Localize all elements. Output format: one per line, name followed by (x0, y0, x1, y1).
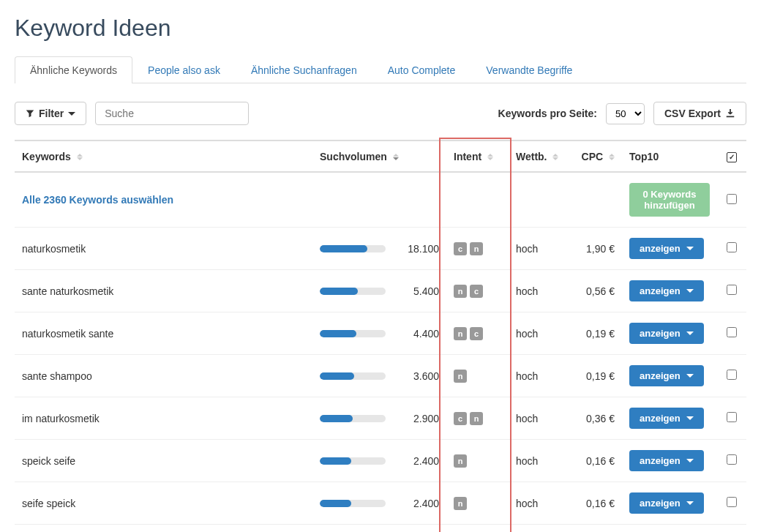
top10-cell: anzeigen (622, 440, 717, 482)
volume-bar (320, 330, 386, 337)
tabs-bar: Ähnliche KeywordsPeople also askÄhnliche… (15, 56, 746, 83)
add-keywords-button[interactable]: 0 Keywords hinzufügen (629, 183, 710, 217)
top10-cell: anzeigen (622, 397, 717, 440)
top10-cell: anzeigen (622, 312, 717, 355)
keyword-cell: im naturkosmetik (15, 397, 312, 440)
csv-export-button[interactable]: CSV Export (653, 102, 746, 125)
table-row: speick seife2.400nhoch0,16 €anzeigen (15, 440, 746, 482)
table-row: im naturkosmetik2.900cnhoch0,36 €anzeige… (15, 397, 746, 440)
intent-cell: cn (446, 525, 509, 533)
wettb-cell: hoch (509, 525, 567, 533)
wettb-cell: hoch (509, 270, 567, 312)
keyword-cell: naturkosmetik marken (15, 525, 312, 533)
select-all-checkbox[interactable] (727, 194, 737, 204)
intent-badge-n: n (454, 285, 467, 298)
volume-cell: 18.100 (312, 228, 446, 270)
show-top10-button[interactable]: anzeigen (629, 238, 704, 259)
filter-button[interactable]: Filter (15, 102, 86, 125)
volume-cell: 2.400 (312, 482, 446, 525)
chevron-down-icon (686, 374, 694, 378)
row-checkbox[interactable] (727, 285, 737, 295)
keyword-cell: seife speick (15, 482, 312, 525)
chevron-down-icon (68, 112, 75, 116)
download-icon (725, 108, 735, 119)
cpc-cell: 0,36 € (567, 397, 622, 440)
volume-cell: 2.900 (312, 397, 446, 440)
intent-badge-c: c (454, 242, 467, 255)
check-all-icon: ✓ (727, 152, 737, 162)
row-checkbox[interactable] (727, 370, 737, 380)
wettb-cell: hoch (509, 397, 567, 440)
col-wettb[interactable]: Wettb. (509, 141, 567, 172)
tab-0[interactable]: Ähnliche Keywords (15, 56, 132, 83)
intent-cell: n (446, 355, 509, 397)
cpc-cell: 0,16 € (567, 482, 622, 525)
volume-cell: 4.400 (312, 312, 446, 355)
cpc-cell: 0,19 € (567, 312, 622, 355)
row-checkbox[interactable] (727, 454, 737, 465)
top10-cell: anzeigen (622, 482, 717, 525)
table-row: naturkosmetik18.100cnhoch1,90 €anzeigen (15, 228, 746, 270)
volume-bar (320, 457, 386, 465)
row-check-cell (717, 228, 746, 270)
cpc-cell: 0,16 € (567, 440, 622, 482)
row-check-cell (717, 440, 746, 482)
show-top10-button[interactable]: anzeigen (629, 408, 704, 429)
export-label: CSV Export (664, 108, 721, 119)
volume-bar (320, 415, 386, 422)
chevron-down-icon (686, 416, 694, 420)
table-row: seife speick2.400nhoch0,16 €anzeigen (15, 482, 746, 525)
sort-icon (609, 154, 615, 160)
tab-1[interactable]: People also ask (132, 56, 236, 83)
wettb-cell: hoch (509, 482, 567, 525)
wettb-cell: hoch (509, 312, 567, 355)
col-intent[interactable]: Intent (446, 141, 509, 172)
volume-bar (320, 372, 386, 380)
row-checkbox[interactable] (727, 327, 737, 337)
select-all-link[interactable]: Alle 2360 Keywords auswählen (22, 194, 173, 206)
intent-badge-c: c (454, 412, 467, 425)
volume-value: 3.600 (399, 370, 439, 382)
chevron-down-icon (686, 247, 694, 250)
keyword-cell: sante naturkosmetik (15, 270, 312, 312)
intent-badge-c: c (470, 327, 483, 340)
col-keywords[interactable]: Keywords (15, 141, 312, 172)
volume-bar (320, 245, 386, 252)
show-top10-button[interactable]: anzeigen (629, 450, 704, 471)
row-check-cell (717, 397, 746, 440)
col-check-all[interactable]: ✓ (717, 141, 746, 172)
top10-cell: anzeigen (622, 525, 717, 533)
page-title: Keyword Ideen (15, 15, 746, 42)
tab-3[interactable]: Auto Complete (372, 56, 471, 83)
tab-2[interactable]: Ähnliche Suchanfragen (236, 56, 372, 83)
intent-cell: cn (446, 228, 509, 270)
chevron-down-icon (686, 289, 694, 293)
show-top10-button[interactable]: anzeigen (629, 280, 704, 301)
col-volume[interactable]: Suchvolumen (312, 141, 446, 172)
filter-icon (26, 109, 34, 118)
intent-badge-n: n (454, 327, 467, 340)
row-checkbox[interactable] (727, 412, 737, 422)
col-cpc[interactable]: CPC (567, 141, 622, 172)
keyword-cell: sante shampoo (15, 355, 312, 397)
row-check-cell (717, 312, 746, 355)
search-input[interactable] (95, 102, 249, 125)
show-top10-button[interactable]: anzeigen (629, 492, 704, 514)
sort-icon (77, 154, 83, 160)
table-row: naturkosmetik sante4.400nchoch0,19 €anze… (15, 312, 746, 355)
row-checkbox[interactable] (727, 242, 737, 252)
per-page-select[interactable]: 50 (606, 103, 645, 124)
top10-cell: anzeigen (622, 270, 717, 312)
show-top10-button[interactable]: anzeigen (629, 365, 704, 386)
row-checkbox[interactable] (727, 497, 737, 507)
intent-cell: cn (446, 397, 509, 440)
show-top10-button[interactable]: anzeigen (629, 323, 704, 344)
intent-badge-n: n (470, 412, 483, 425)
intent-badge-n: n (470, 242, 483, 255)
volume-value: 4.400 (399, 328, 439, 340)
tab-4[interactable]: Verwandte Begriffe (471, 56, 588, 83)
intent-badge-n: n (454, 497, 467, 510)
keyword-cell: naturkosmetik (15, 228, 312, 270)
top10-cell: anzeigen (622, 228, 717, 270)
row-check-cell (717, 525, 746, 533)
